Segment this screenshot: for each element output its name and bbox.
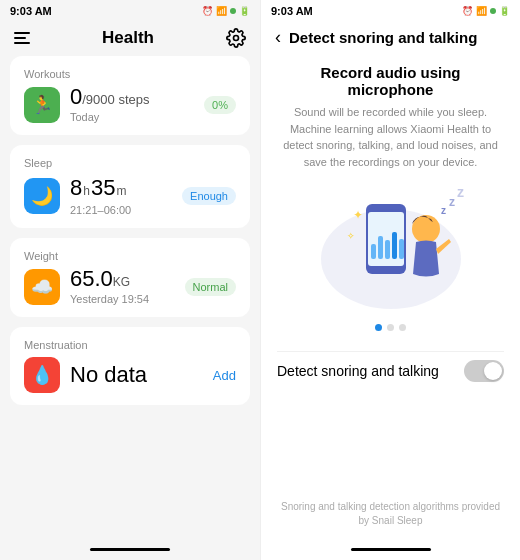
weight-card: Weight ☁️ 65.0KG Yesterday 19:54 Normal xyxy=(10,238,250,317)
nav-bar-left xyxy=(0,542,260,560)
weight-unit: KG xyxy=(113,275,130,289)
menu-button[interactable] xyxy=(14,32,30,44)
left-panel: 9:03 AM ⏰ 📶 🔋 Health Workouts 🏃 xyxy=(0,0,260,560)
green-dot-right xyxy=(490,8,496,14)
home-indicator-right xyxy=(351,548,431,551)
m-unit: m xyxy=(116,184,126,198)
time-left: 9:03 AM xyxy=(10,5,52,17)
h-unit: h xyxy=(83,184,90,198)
menstruation-value: No data xyxy=(70,364,147,386)
weight-value: 65.0KG xyxy=(70,268,149,290)
svg-rect-5 xyxy=(378,236,383,259)
detect-row: Detect snoring and talking xyxy=(277,351,504,390)
sleep-badge: Enough xyxy=(182,187,236,205)
time-right: 9:03 AM xyxy=(271,5,313,17)
weight-left: ☁️ 65.0KG Yesterday 19:54 xyxy=(24,268,149,305)
workouts-metric: 0/9000 steps Today xyxy=(70,86,149,123)
workouts-card: Workouts 🏃 0/9000 steps Today 0% xyxy=(10,56,250,135)
menstruation-category: Menstruation xyxy=(24,339,236,351)
status-icons-left: ⏰ 📶 🔋 xyxy=(202,6,250,16)
workouts-left: 🏃 0/9000 steps Today xyxy=(24,86,149,123)
sleep-row: 🌙 8 h 35 m 21:21–06:00 Enough xyxy=(24,175,236,216)
add-link[interactable]: Add xyxy=(213,368,236,383)
signal-icon-right: 📶 xyxy=(476,6,487,16)
svg-rect-4 xyxy=(371,244,376,259)
battery-icon-right: 🔋 xyxy=(499,6,510,16)
status-bar-right: 9:03 AM ⏰ 📶 🔋 xyxy=(261,0,520,22)
sleep-metric: 8 h 35 m 21:21–06:00 xyxy=(70,175,131,216)
dots-row xyxy=(277,324,504,331)
workouts-goal: /9000 steps xyxy=(82,92,149,107)
alarm-icon-right: ⏰ xyxy=(462,6,473,16)
menstruation-card: Menstruation 💧 No data Add xyxy=(10,327,250,405)
svg-rect-7 xyxy=(392,232,397,259)
right-panel: 9:03 AM ⏰ 📶 🔋 ‹ Detect snoring and talki… xyxy=(260,0,520,560)
status-bar-left: 9:03 AM ⏰ 📶 🔋 xyxy=(0,0,260,22)
right-content: Record audio using microphone Sound will… xyxy=(261,54,520,542)
svg-rect-8 xyxy=(399,239,404,259)
weight-icon-box: ☁️ xyxy=(24,269,60,305)
sleep-category: Sleep xyxy=(24,157,236,169)
weight-badge: Normal xyxy=(185,278,236,296)
dot-1 xyxy=(375,324,382,331)
signal-icon: 📶 xyxy=(216,6,227,16)
svg-point-9 xyxy=(412,215,440,243)
header-left: Health xyxy=(0,22,260,56)
workouts-sub: Today xyxy=(70,111,149,123)
menstruation-row: 💧 No data Add xyxy=(24,357,236,393)
svg-text:✦: ✦ xyxy=(353,208,363,222)
battery-icon: 🔋 xyxy=(239,6,250,16)
weight-metric: 65.0KG Yesterday 19:54 xyxy=(70,268,149,305)
sleep-icon-box: 🌙 xyxy=(24,178,60,214)
header-right: ‹ Detect snoring and talking xyxy=(261,22,520,54)
page-title: Health xyxy=(102,28,154,48)
alarm-icon: ⏰ xyxy=(202,6,213,16)
right-page-title: Detect snoring and talking xyxy=(289,29,506,46)
footer-text: Snoring and talking detection algorithms… xyxy=(277,492,504,532)
snoring-toggle[interactable] xyxy=(464,360,504,382)
illustration: z z z ✦ ✧ xyxy=(277,184,504,314)
sleep-value: 8 h 35 m xyxy=(70,175,131,201)
svg-text:z: z xyxy=(457,184,464,200)
status-icons-right: ⏰ 📶 🔋 xyxy=(462,6,510,16)
svg-rect-6 xyxy=(385,240,390,259)
back-button[interactable]: ‹ xyxy=(275,28,281,46)
toggle-knob xyxy=(484,362,502,380)
detect-label: Detect snoring and talking xyxy=(277,363,439,379)
svg-text:z: z xyxy=(449,195,455,209)
record-title: Record audio using microphone xyxy=(277,64,504,98)
workouts-value: 0/9000 steps xyxy=(70,86,149,108)
scroll-area: Workouts 🏃 0/9000 steps Today 0% Sleep xyxy=(0,56,260,542)
snore-illustration: z z z ✦ ✧ xyxy=(311,184,471,314)
weight-sub: Yesterday 19:54 xyxy=(70,293,149,305)
workouts-badge: 0% xyxy=(204,96,236,114)
svg-point-0 xyxy=(234,36,239,41)
weight-category: Weight xyxy=(24,250,236,262)
weight-row: ☁️ 65.0KG Yesterday 19:54 Normal xyxy=(24,268,236,305)
sleep-sub: 21:21–06:00 xyxy=(70,204,131,216)
workouts-category: Workouts xyxy=(24,68,236,80)
svg-text:✧: ✧ xyxy=(347,231,355,241)
record-desc: Sound will be recorded while you sleep. … xyxy=(277,104,504,170)
dot-2 xyxy=(387,324,394,331)
svg-text:z: z xyxy=(441,205,446,216)
green-dot xyxy=(230,8,236,14)
settings-icon[interactable] xyxy=(226,28,246,48)
dot-3 xyxy=(399,324,406,331)
sleep-left: 🌙 8 h 35 m 21:21–06:00 xyxy=(24,175,131,216)
menstruation-icon-box: 💧 xyxy=(24,357,60,393)
workouts-icon-box: 🏃 xyxy=(24,87,60,123)
home-indicator-left xyxy=(90,548,170,551)
sleep-card: Sleep 🌙 8 h 35 m 21:21–06:00 Enough xyxy=(10,145,250,228)
menstruation-left: 💧 No data xyxy=(24,357,147,393)
workouts-row: 🏃 0/9000 steps Today 0% xyxy=(24,86,236,123)
nav-bar-right xyxy=(261,542,520,560)
